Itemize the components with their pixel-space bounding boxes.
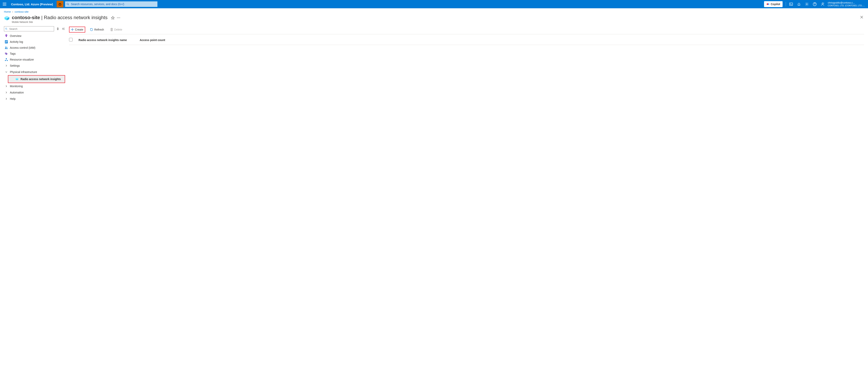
svg-point-7 [822,3,824,4]
copilot-icon [766,3,770,6]
top-bar: Contoso, Ltd. Azure (Preview) Copilot ch… [0,0,868,8]
create-button[interactable]: Create [69,27,85,33]
nav-group-settings[interactable]: Settings [4,63,65,69]
nav-search [4,26,54,31]
chevron-right-icon [5,92,8,94]
feedback-button[interactable] [819,0,827,8]
chevron-double-left-icon [62,28,65,30]
activity-log-icon [5,40,8,43]
svg-rect-4 [789,3,793,5]
svg-point-15 [5,28,7,29]
table-header-row: Radio access network insights name Acces… [69,34,864,45]
nav-item-tags[interactable]: Tags [4,51,65,57]
chevron-right-icon: › [11,10,14,13]
resource-type-label: Mobile Network Site [12,21,107,24]
copilot-button[interactable]: Copilot [764,1,782,7]
global-search-input[interactable] [65,1,158,7]
nav-subitem-rani[interactable]: Radio access network insights [8,75,65,83]
cloud-shell-icon [789,3,793,6]
nav-item-iam[interactable]: Access control (IAM) [4,45,65,51]
nav-label: Resource visualizer [10,58,34,61]
notifications-button[interactable] [795,0,803,8]
nav-group-automation[interactable]: Automation [4,89,65,96]
select-all-input[interactable] [69,38,72,41]
resource-icon [16,77,19,81]
column-header-name[interactable]: Radio access network insights name [79,38,134,42]
tutorial-highlight: Radio access network insights [8,75,65,83]
global-search [65,1,158,7]
breadcrumb-current[interactable]: contoso-site [14,10,28,13]
hamburger-menu[interactable] [0,0,9,8]
nav-group-label: Monitoring [10,85,23,88]
nav-group-help[interactable]: Help [4,96,65,102]
nav-group-physical-infrastructure[interactable]: Physical infrastructure [4,69,65,75]
nav-group-label: Help [10,97,16,100]
close-blade-button[interactable] [859,15,864,20]
nav-item-resource-visualizer[interactable]: Resource visualizer [4,57,65,63]
svg-point-3 [768,3,769,5]
close-icon [860,15,863,19]
gear-icon [805,2,809,6]
nav-label: Activity log [10,40,23,43]
cloud-shell-button[interactable] [787,0,795,8]
svg-point-21 [6,47,7,48]
svg-point-5 [806,4,807,5]
ellipsis-icon [117,18,120,18]
bug-icon [58,2,62,6]
svg-rect-18 [5,42,7,42]
visualizer-icon [5,58,8,61]
nav-search-input[interactable] [4,26,54,31]
nav-group-monitoring[interactable]: Monitoring [4,83,65,89]
trash-icon [110,28,113,31]
page-title: contoso-site | Radio access network insi… [12,15,107,20]
bell-icon [797,2,801,6]
svg-point-20 [5,47,6,48]
favorite-button[interactable] [111,16,115,20]
copilot-label: Copilot [771,3,780,6]
select-all-checkbox[interactable] [69,38,72,42]
nav-group-label: Automation [10,91,24,94]
svg-point-0 [59,4,61,5]
svg-point-12 [117,18,118,18]
svg-point-1 [67,3,68,5]
svg-rect-17 [5,41,7,41]
account-menu[interactable]: chrisqpublic@contoso.c... CONTOSO, LTD. … [827,1,867,7]
page-title-suffix: Radio access network insights [44,15,107,20]
more-commands-button[interactable] [117,18,120,18]
account-email: chrisqpublic@contoso.c... [828,1,865,4]
nav-group-label: Physical infrastructure [10,70,37,73]
settings-button[interactable] [803,0,811,8]
search-icon [5,28,7,30]
overview-icon [5,34,8,37]
breadcrumb-home[interactable]: Home [4,10,11,13]
help-button[interactable] [811,0,819,8]
main-pane: Create Refresh Delete Radio access netwo… [69,26,864,102]
column-header-count[interactable]: Access point count [140,38,183,42]
nav-group-label: Settings [10,64,20,67]
help-icon [813,2,817,6]
nav-item-overview[interactable]: Overview [4,33,65,39]
chevron-right-icon [5,65,8,67]
nav-label: Overview [10,34,21,37]
chevron-right-icon [5,98,8,100]
preview-feature-button[interactable] [57,1,63,7]
svg-point-14 [119,18,120,18]
iam-icon [5,46,8,49]
nav-sort-button[interactable] [56,27,60,30]
svg-rect-19 [5,42,7,43]
star-icon [111,16,115,20]
breadcrumb: Home › contoso-site [0,8,868,14]
page-header: contoso-site | Radio access network insi… [0,14,868,26]
nav-collapse-button[interactable] [62,28,65,30]
nav-item-activity-log[interactable]: Activity log [4,39,65,45]
brand-label[interactable]: Contoso, Ltd. Azure (Preview) [9,3,55,6]
nav-subitem-label: Radio access network insights [21,77,61,81]
refresh-button[interactable]: Refresh [88,27,105,32]
create-label: Create [75,28,83,31]
plus-icon [71,28,74,31]
svg-marker-11 [112,17,115,19]
left-navigation: Overview Activity log Access control (IA… [4,26,69,102]
delete-button: Delete [109,27,124,32]
tags-icon [5,52,8,55]
nav-label: Tags [10,52,16,55]
